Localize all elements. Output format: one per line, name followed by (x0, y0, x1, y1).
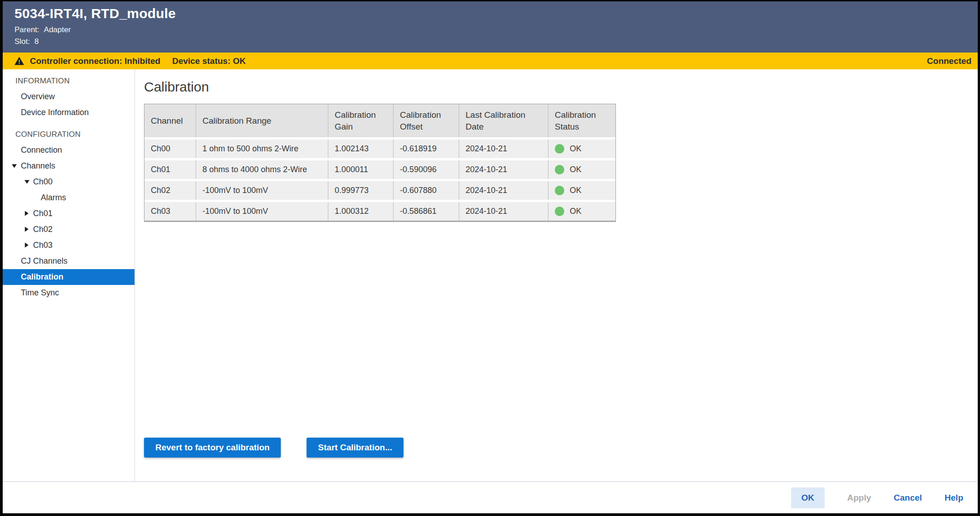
ok-button[interactable]: OK (791, 487, 825, 508)
sidebar-item-label: Ch02 (33, 225, 53, 234)
sidebar-section-label: CONFIGURATION (15, 130, 81, 139)
sidebar-item-connection[interactable]: Connection (3, 142, 135, 158)
sidebar-section-configuration: CONFIGURATION (3, 126, 135, 142)
sidebar-item-label: Alarms (41, 193, 66, 203)
cell-status: OK (548, 181, 615, 200)
slot-value: 8 (34, 37, 38, 46)
action-buttons: Revert to factory calibration Start Cali… (144, 438, 404, 458)
cell-offset: -0.618919 (394, 140, 459, 158)
status-ok-icon (555, 144, 564, 154)
column-header-calibration-status: Calibration Status (548, 104, 615, 137)
table-row-ch02: Ch02-100mV to 100mV0.999773-0.6078802024… (144, 181, 615, 200)
sidebar-item-time-sync[interactable]: Time Sync (3, 285, 135, 301)
column-header-calibration-gain: Calibration Gain (328, 104, 394, 137)
cell-range: -100mV to 100mV (196, 202, 328, 221)
chevron-right-icon[interactable] (24, 227, 29, 232)
sidebar-item-label: Calibration (21, 272, 63, 282)
column-header-calibration-offset: Calibration Offset (394, 104, 459, 137)
sidebar-item-overview[interactable]: Overview (3, 89, 135, 105)
chevron-right-icon[interactable] (24, 211, 29, 216)
table-row-ch03: Ch03-100mV to 100mV1.000312-0.5868612024… (144, 202, 615, 221)
sidebar-item-label: Ch03 (33, 241, 53, 250)
sidebar-item-calibration[interactable]: Calibration (3, 269, 135, 285)
cell-date: 2024-10-21 (459, 140, 548, 158)
connection-state: Connected (927, 56, 971, 66)
cell-channel: Ch00 (144, 140, 196, 158)
column-header-calibration-range: Calibration Range (196, 104, 328, 137)
device-status: Device status: OK (172, 56, 246, 66)
warning-triangle-icon (14, 57, 24, 65)
chevron-down-icon[interactable] (24, 180, 29, 184)
chevron-right-icon[interactable] (24, 243, 29, 248)
sidebar-item-label: CJ Channels (21, 256, 67, 266)
revert-factory-calibration-button[interactable]: Revert to factory calibration (144, 438, 281, 458)
cell-range: 1 ohm to 500 ohms 2-Wire (196, 140, 328, 158)
start-calibration-button[interactable]: Start Calibration... (307, 438, 404, 458)
sidebar-item-channels[interactable]: Channels (3, 158, 135, 174)
slot-label: Slot: (14, 37, 30, 46)
sidebar-item-device-information[interactable]: Device Information (3, 105, 135, 121)
cell-status: OK (548, 160, 615, 179)
status-label: OK (570, 185, 581, 196)
sidebar-item-label: Connection (21, 145, 62, 155)
sidebar-item-label: Device Information (21, 108, 89, 117)
cell-offset: -0.586861 (394, 202, 459, 221)
chevron-down-icon[interactable] (12, 164, 17, 168)
cell-date: 2024-10-21 (459, 202, 548, 221)
sidebar-section-information: INFORMATION (3, 73, 135, 89)
slot-row: Slot: 8 (14, 37, 969, 46)
help-button[interactable]: Help (945, 493, 963, 503)
table-row-ch00: Ch001 ohm to 500 ohms 2-Wire1.002143-0.6… (144, 140, 615, 158)
status-label: OK (570, 164, 581, 175)
status-label: OK (570, 206, 581, 217)
column-header-channel: Channel (144, 104, 196, 137)
status-ok-icon (555, 165, 564, 174)
sidebar-item-cj-channels[interactable]: CJ Channels (3, 253, 135, 269)
cell-range: 8 ohms to 4000 ohms 2-Wire (196, 160, 328, 179)
sidebar-item-label: Overview (21, 92, 55, 101)
cell-status: OK (548, 202, 615, 221)
main-panel: Calibration ChannelCalibration RangeCali… (135, 69, 978, 481)
apply-button[interactable]: Apply (847, 493, 871, 503)
sidebar-item-label: Ch00 (33, 177, 53, 187)
column-header-last-calibration-date: Last Calibration Date (459, 104, 548, 137)
app-window: 5034-IRT4I, RTD_module Parent: Adapter S… (0, 0, 980, 516)
status-label: OK (570, 143, 581, 154)
sidebar-item-alarms[interactable]: Alarms (3, 190, 135, 206)
page-title: Calibration (144, 78, 978, 96)
device-title: 5034-IRT4I, RTD_module (14, 6, 969, 21)
cell-gain: 1.000312 (328, 202, 394, 221)
sidebar-item-ch01[interactable]: Ch01 (3, 206, 135, 222)
cell-range: -100mV to 100mV (196, 181, 328, 200)
sidebar-section-label: INFORMATION (15, 77, 70, 86)
parent-value: Adapter (44, 25, 71, 34)
status-bar: Controller connection: Inhibited Device … (3, 53, 978, 69)
cell-channel: Ch01 (144, 160, 196, 179)
cell-date: 2024-10-21 (459, 181, 548, 200)
cell-gain: 1.000011 (328, 160, 394, 179)
cell-date: 2024-10-21 (459, 160, 548, 179)
sidebar-item-ch02[interactable]: Ch02 (3, 222, 135, 237)
controller-connection-status: Controller connection: Inhibited (30, 56, 160, 66)
table-header-row: ChannelCalibration RangeCalibration Gain… (144, 104, 615, 137)
cancel-button[interactable]: Cancel (894, 493, 922, 503)
cell-channel: Ch02 (144, 181, 196, 200)
sidebar-item-ch00[interactable]: Ch00 (3, 174, 135, 190)
cell-channel: Ch03 (144, 202, 196, 221)
status-ok-icon (555, 207, 564, 216)
cell-gain: 0.999773 (328, 181, 394, 200)
sidebar-item-label: Time Sync (21, 288, 59, 298)
cell-gain: 1.002143 (328, 140, 394, 158)
content-area: INFORMATIONOverviewDevice InformationCON… (3, 69, 978, 481)
device-header: 5034-IRT4I, RTD_module Parent: Adapter S… (3, 1, 978, 53)
footer-bar: OK Apply Cancel Help (3, 481, 978, 513)
sidebar-item-ch03[interactable]: Ch03 (3, 237, 135, 253)
sidebar: INFORMATIONOverviewDevice InformationCON… (3, 69, 135, 481)
calibration-table: ChannelCalibration RangeCalibration Gain… (144, 104, 616, 222)
cell-offset: -0.590096 (394, 160, 459, 179)
table-row-ch01: Ch018 ohms to 4000 ohms 2-Wire1.000011-0… (144, 160, 615, 179)
cell-offset: -0.607880 (394, 181, 459, 200)
status-ok-icon (555, 186, 564, 195)
parent-label: Parent: (14, 25, 39, 34)
sidebar-item-label: Ch01 (33, 209, 53, 218)
